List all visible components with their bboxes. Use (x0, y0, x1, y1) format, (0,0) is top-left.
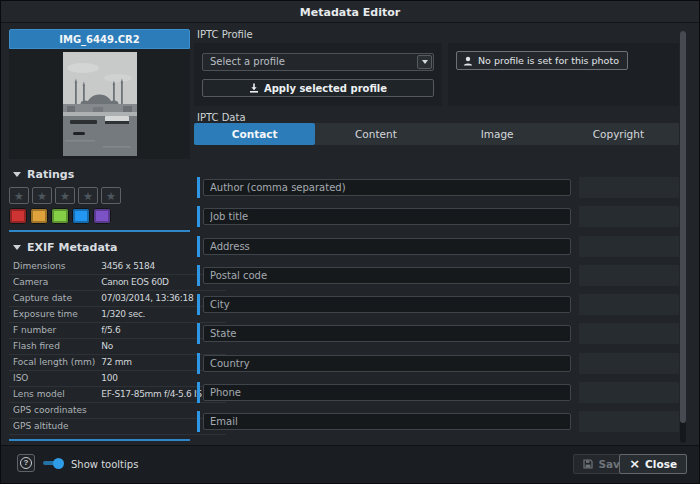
form-row (194, 236, 679, 257)
star-icon: ★ (83, 190, 93, 202)
form-row (194, 294, 679, 315)
color-label-group (9, 208, 190, 224)
form-row-side-panel (579, 353, 679, 374)
form-row-side-panel (579, 177, 679, 198)
window-title: Metadata Editor (300, 6, 400, 19)
help-button[interactable]: ? (17, 454, 35, 472)
iptc-profile-header: IPTC Profile (194, 29, 679, 40)
close-icon: × (629, 455, 640, 473)
toggle-knob (53, 458, 64, 469)
address-field[interactable] (203, 238, 571, 255)
tab-content[interactable]: Content (315, 123, 436, 145)
chevron-down-icon (422, 60, 428, 64)
thumbnail-image (63, 52, 137, 156)
star-icon: ★ (14, 190, 24, 202)
form-row (194, 206, 679, 227)
color-label-red-button[interactable] (9, 208, 27, 224)
form-row-side-panel (579, 236, 679, 257)
star-rating-group: ★ ★ ★ ★ ★ (9, 187, 190, 204)
profile-status-panel: No profile is set for this photo (448, 43, 679, 106)
exif-header-label: EXIF Metadata (27, 241, 118, 254)
postal-code-field[interactable] (203, 267, 571, 284)
form-row (194, 382, 679, 403)
star-icon: ★ (60, 190, 70, 202)
form-row (194, 323, 679, 344)
state-field[interactable] (203, 325, 571, 342)
form-row-side-panel (579, 206, 679, 227)
form-row-side-panel (579, 265, 679, 286)
iptc-profile-panel: Select a profile Apply selected profile (194, 43, 442, 106)
apply-profile-label: Apply selected profile (264, 83, 387, 94)
field-accent-bar (197, 411, 200, 432)
field-accent-bar (197, 206, 200, 227)
form-row-side-panel (579, 294, 679, 315)
photo-thumbnail (9, 49, 190, 159)
close-label: Close (645, 458, 677, 470)
field-accent-bar (197, 353, 200, 374)
form-row (194, 177, 679, 198)
star-5-button[interactable]: ★ (101, 187, 121, 204)
star-1-button[interactable]: ★ (9, 187, 29, 204)
star-3-button[interactable]: ★ (55, 187, 75, 204)
phone-field[interactable] (203, 384, 571, 401)
apply-profile-button[interactable]: Apply selected profile (202, 79, 434, 97)
show-tooltips-toggle[interactable] (43, 461, 62, 465)
color-label-orange-button[interactable] (30, 208, 48, 224)
profile-select-value: Select a profile (210, 54, 285, 70)
scrollbar[interactable] (680, 31, 686, 443)
photo-info-panel: IMG_6449.CR2 (9, 29, 190, 441)
field-accent-bar (197, 323, 200, 344)
field-accent-bar (197, 265, 200, 286)
save-icon (583, 459, 593, 469)
star-2-button[interactable]: ★ (32, 187, 52, 204)
profile-status-text: No profile is set for this photo (478, 55, 619, 66)
iptc-editor-area: IPTC Profile Select a profile Apply sele… (194, 29, 679, 40)
tab-copyright[interactable]: Copyright (558, 123, 679, 145)
filename-header: IMG_6449.CR2 (9, 29, 190, 49)
form-row (194, 265, 679, 286)
tab-contact[interactable]: Contact (194, 123, 315, 145)
field-accent-bar (197, 382, 200, 403)
ratings-section-header[interactable]: Ratings (9, 165, 190, 183)
user-icon (463, 56, 473, 66)
collapse-arrow-icon (13, 172, 21, 177)
tab-image[interactable]: Image (437, 123, 558, 145)
form-row-side-panel (579, 382, 679, 403)
form-row (194, 353, 679, 374)
blue-divider (9, 439, 190, 441)
star-4-button[interactable]: ★ (78, 187, 98, 204)
author-field[interactable] (203, 179, 571, 196)
metadata-editor-dialog: Metadata Editor IMG_6449.CR2 (0, 0, 700, 484)
country-field[interactable] (203, 355, 571, 372)
select-dropdown-button[interactable] (417, 55, 432, 69)
profile-status-badge: No profile is set for this photo (456, 51, 628, 70)
city-field[interactable] (203, 296, 571, 313)
show-tooltips-label: Show tooltips (71, 446, 138, 483)
color-label-green-button[interactable] (51, 208, 69, 224)
blue-divider (9, 230, 190, 232)
iptc-data-header: IPTC Data (194, 112, 246, 123)
field-accent-bar (197, 294, 200, 315)
scrollbar-thumb[interactable] (680, 31, 686, 423)
email-field[interactable] (203, 413, 571, 430)
star-icon: ★ (37, 190, 47, 202)
profile-select[interactable]: Select a profile (202, 53, 434, 71)
footer-bar: ? Show tooltips Save × Close (1, 445, 699, 483)
form-row-side-panel (579, 411, 679, 432)
collapse-arrow-icon (13, 245, 21, 250)
close-button[interactable]: × Close (619, 454, 687, 474)
job-title-field[interactable] (203, 208, 571, 225)
star-icon: ★ (106, 190, 116, 202)
titlebar: Metadata Editor (1, 1, 699, 23)
form-row (194, 411, 679, 432)
contact-form (194, 177, 679, 441)
field-accent-bar (197, 177, 200, 198)
color-label-purple-button[interactable] (93, 208, 111, 224)
form-row-side-panel (579, 323, 679, 344)
exif-section-header[interactable]: EXIF Metadata (9, 238, 190, 256)
field-accent-bar (197, 236, 200, 257)
iptc-data-tabs: Contact Content Image Copyright (194, 123, 679, 145)
ratings-header-label: Ratings (27, 168, 74, 181)
color-label-blue-button[interactable] (72, 208, 90, 224)
help-icon: ? (20, 457, 32, 469)
